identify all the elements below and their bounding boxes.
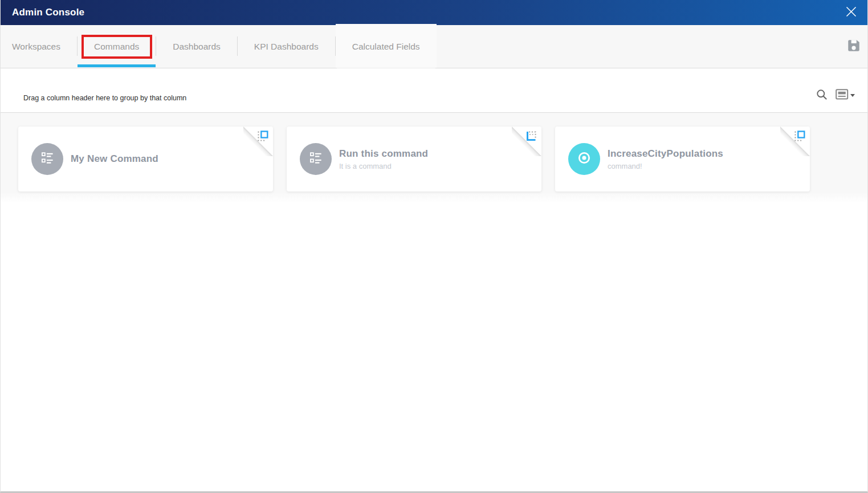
titlebar: Admin Console [1, 0, 867, 25]
selection-square-icon[interactable] [794, 131, 805, 142]
window-title: Admin Console [12, 7, 84, 18]
tab-label: KPI Dashboards [254, 42, 319, 52]
command-card-my-new-command[interactable]: My New Command [18, 127, 273, 192]
tab-label: Commands [94, 42, 139, 52]
command-card-run-this-command[interactable]: Run this command It is a command [287, 127, 541, 192]
command-card-list: My New Command [1, 113, 867, 203]
command-card-increase-city-populations[interactable]: IncreaseCityPopulations command! [555, 127, 810, 192]
card-subtitle: It is a command [339, 162, 428, 170]
card-title: IncreaseCityPopulations [608, 148, 723, 160]
card-view-icon [836, 89, 849, 102]
group-panel-hint: Drag a column header here to group by th… [23, 94, 186, 102]
magnifier-icon [816, 89, 828, 103]
tab-calculated-fields[interactable]: Calculated Fields [336, 24, 437, 68]
form-list-icon [39, 149, 56, 169]
tab-kpi-dashboards[interactable]: KPI Dashboards [238, 25, 335, 68]
tab-workspaces[interactable]: Workspaces [1, 25, 77, 68]
search-button[interactable] [816, 89, 828, 103]
grid-group-panel[interactable]: Drag a column header here to group by th… [1, 68, 867, 113]
form-list-icon [307, 149, 324, 169]
tab-commands[interactable]: Commands [78, 25, 156, 68]
empty-content-area [1, 203, 867, 491]
close-icon [846, 6, 857, 19]
card-text: Run this command It is a command [339, 148, 428, 170]
avatar [300, 143, 332, 175]
floppy-disk-icon [846, 38, 861, 55]
caret-down-icon [850, 94, 855, 97]
card-text: IncreaseCityPopulations command! [608, 148, 723, 170]
tab-label: Calculated Fields [352, 42, 420, 52]
selection-square-icon[interactable] [257, 131, 268, 142]
tab-label: Workspaces [12, 42, 60, 52]
tab-bar: Workspaces Commands Dashboards KPI Dashb… [1, 25, 867, 68]
tab-label: Dashboards [173, 42, 221, 52]
avatar [568, 143, 600, 175]
target-icon [575, 149, 593, 169]
selection-corner-icon[interactable] [525, 131, 537, 142]
avatar [31, 143, 63, 175]
card-text: My New Command [71, 153, 158, 165]
admin-console-window: Admin Console Workspaces Commands Dashbo… [0, 0, 868, 493]
close-button[interactable] [842, 4, 859, 21]
card-title: Run this command [339, 148, 428, 160]
grid-toolbar [816, 89, 855, 103]
tab-dashboards[interactable]: Dashboards [156, 25, 237, 68]
view-selector-button[interactable] [836, 89, 855, 102]
card-title: My New Command [71, 153, 158, 165]
card-subtitle: command! [608, 162, 723, 170]
save-button[interactable] [844, 37, 863, 56]
